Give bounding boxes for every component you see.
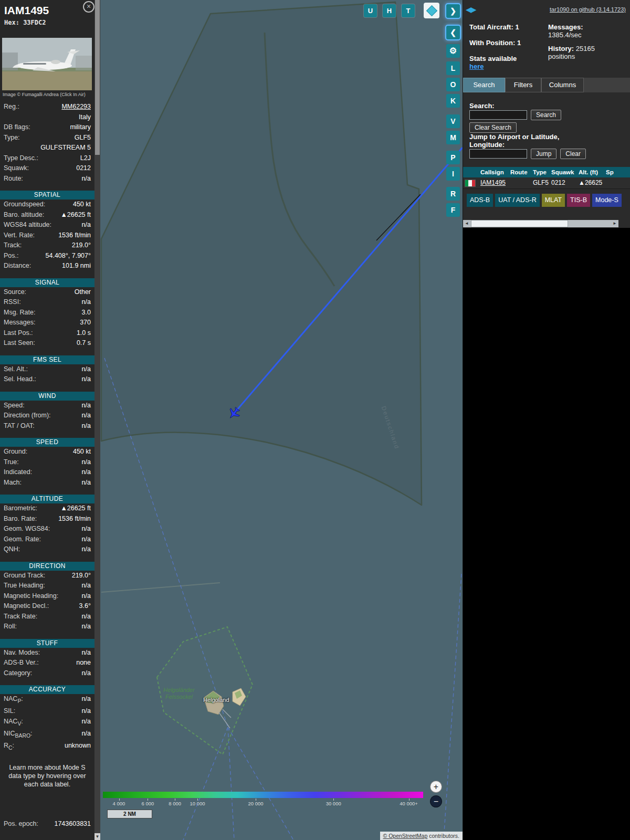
data-row: NICBARO:n/a <box>0 729 94 741</box>
stats-block: Total Aircraft: 1 With Position: 1 Stats… <box>469 23 628 78</box>
layers-button[interactable] <box>424 3 439 18</box>
data-value: 1536 ft/min <box>37 514 91 524</box>
stats-here-link[interactable]: here <box>469 62 484 70</box>
data-value: n/a <box>40 648 91 658</box>
map-button-k[interactable]: K <box>446 94 460 108</box>
column-header-alt-ft-[interactable]: Alt. (ft) <box>577 167 604 177</box>
map-button-f[interactable]: F <box>446 203 460 217</box>
clear-button[interactable]: Clear <box>560 149 586 159</box>
map-button-u[interactable]: U <box>364 4 377 17</box>
hscroll-right-icon[interactable]: ► <box>611 220 618 227</box>
data-label: Category: <box>4 668 32 679</box>
data-row: Last Pos.:1.0 s <box>0 328 94 339</box>
tab-search[interactable]: Search <box>463 78 505 92</box>
tab-filters[interactable]: Filters <box>505 78 541 92</box>
aircraft-photo-art <box>2 38 92 90</box>
map[interactable]: Deutschland Helgoland Helgoländer Felsso… <box>100 0 463 840</box>
map-button-v[interactable]: V <box>446 114 460 128</box>
callsign-link[interactable]: IAM1495 <box>480 179 506 186</box>
column-header-sp[interactable]: Sp <box>604 167 630 177</box>
data-row: ADS-B Ver.:none <box>0 658 94 668</box>
data-label: Track Rate: <box>4 612 37 622</box>
jump-button[interactable]: Jump <box>531 149 556 159</box>
map-button-t[interactable]: T <box>402 4 415 17</box>
sidebar-scrollbar-thumb[interactable] <box>95 0 100 155</box>
aircraft-list-panel: ◀▶ tar1090 on github (3.14.1723) Total A… <box>463 0 630 840</box>
with-position: With Position: 1 <box>469 39 542 47</box>
altitude-cell: ▲26625 <box>577 177 604 188</box>
search-label: Search: <box>469 102 495 110</box>
map-button-l[interactable]: L <box>446 61 460 75</box>
section-header-spatial: SPATIAL <box>0 191 94 200</box>
data-value: 450 kt <box>45 200 91 210</box>
data-value: 450 kt <box>27 447 91 457</box>
tab-columns[interactable]: Columns <box>541 78 584 92</box>
data-value: n/a <box>28 364 91 375</box>
zoom-in-button[interactable]: + <box>430 781 442 793</box>
speed-cell <box>604 177 630 188</box>
search-button[interactable]: Search <box>531 110 561 120</box>
data-row: Last Seen:0.7 s <box>0 338 94 349</box>
table-row[interactable]: IAM1495GLF50212▲26625 <box>463 177 630 188</box>
data-value: n/a <box>35 421 91 432</box>
hscroll-thumb[interactable] <box>471 220 568 227</box>
zoom-out-button[interactable]: − <box>430 795 442 807</box>
data-value: 3.6° <box>49 601 91 612</box>
collapse-toggle-icon[interactable]: ◀▶ <box>466 5 476 14</box>
total-aircraft: Total Aircraft: 1 <box>469 23 542 31</box>
map-button-i[interactable]: I <box>446 167 460 181</box>
data-value: n/a <box>21 297 91 308</box>
pos-epoch-label: Pos. epoch: <box>4 820 38 827</box>
data-row: Nav. Modes:n/a <box>0 648 94 658</box>
data-value: 1536 ft/min <box>35 230 91 241</box>
data-label: Squawk: <box>4 163 29 174</box>
legend-tick-label: 20 000 <box>248 801 263 806</box>
map-button-p[interactable]: P <box>446 151 460 164</box>
data-label: Type Desc.: <box>4 153 38 164</box>
close-icon[interactable]: × <box>83 1 94 13</box>
column-header-type[interactable]: Type <box>531 167 550 177</box>
clear-search-button[interactable]: Clear Search <box>469 122 517 133</box>
jump-input[interactable] <box>469 149 527 159</box>
data-value: 219.0° <box>45 571 91 581</box>
map-button-collapse-panel[interactable]: ❮ <box>446 26 460 39</box>
aircraft-photo[interactable] <box>2 38 92 90</box>
data-row: Barometric:▲26625 ft <box>0 503 94 514</box>
data-value: 0212 <box>29 163 91 174</box>
data-row: Category:n/a <box>0 668 94 679</box>
data-row: Geom. Rate:n/a <box>0 534 94 545</box>
data-value: n/a <box>25 401 91 411</box>
column-header-flag[interactable] <box>463 167 479 177</box>
scrollbar-down-icon[interactable]: ▼ <box>94 833 100 840</box>
hscroll-left-icon[interactable]: ◄ <box>463 220 470 227</box>
detail-rows: Reg.:MM62293ItalyDB flags:militaryType:G… <box>0 102 94 753</box>
column-header-route[interactable]: Route <box>509 167 531 177</box>
map-button-expand-panel[interactable]: ❯ <box>446 4 460 18</box>
map-button-settings[interactable]: ⚙ <box>446 44 460 58</box>
data-row: GULFSTREAM 5 <box>0 143 94 153</box>
data-label: Reg.: <box>4 102 19 112</box>
data-value: n/a <box>23 174 91 184</box>
sidebar-scrollbar[interactable]: ▼ <box>94 0 100 840</box>
reserve-label-line2: Felssockel <box>158 694 200 700</box>
column-header-callsign[interactable]: Callsign <box>479 167 509 177</box>
data-value: GLF5 <box>20 133 91 143</box>
data-row: Speed:n/a <box>0 401 94 411</box>
column-header-squawk[interactable]: Squawk <box>550 167 577 177</box>
map-button-m[interactable]: M <box>446 131 460 144</box>
data-label: Magnetic Heading: <box>4 591 58 602</box>
search-input[interactable] <box>469 110 527 120</box>
data-value: n/a <box>23 717 91 729</box>
reserve-label: Helgoländer Felssockel <box>158 687 200 700</box>
version-link[interactable]: tar1090 on github (3.14.1723) <box>550 6 626 13</box>
map-button-h[interactable]: H <box>383 4 396 17</box>
map-button-o[interactable]: O <box>446 78 460 91</box>
map-button-r[interactable]: R <box>446 187 460 201</box>
data-value[interactable]: MM62293 <box>19 102 91 112</box>
osm-link[interactable]: © OpenStreetMap <box>383 833 428 839</box>
section-header-signal: SIGNAL <box>0 278 94 287</box>
table-horizontal-scrollbar[interactable]: ◄ ► <box>463 220 618 227</box>
tabs-filler <box>584 78 630 92</box>
data-row: DB flags:military <box>0 122 94 133</box>
data-row: Baro. altitude:▲26625 ft <box>0 210 94 220</box>
